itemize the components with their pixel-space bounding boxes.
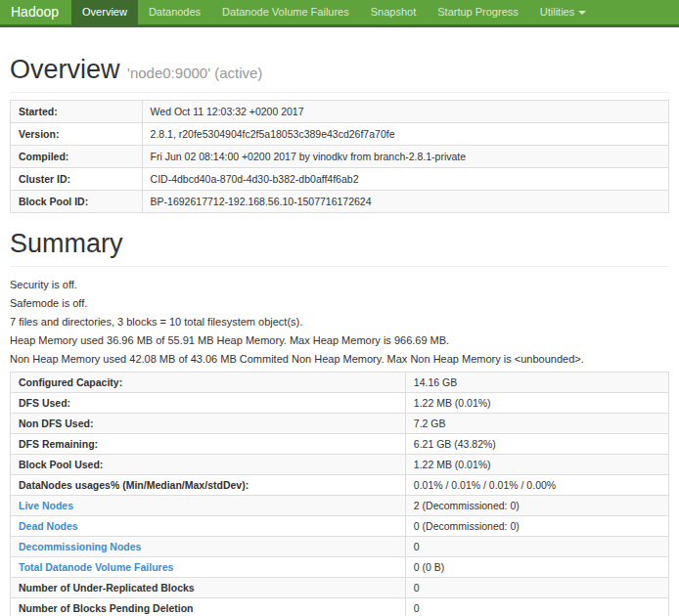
table-row: Number of Under-Replicated Blocks 0	[11, 578, 669, 598]
table-row: Version: 2.8.1, r20fe5304904fc2f5a18053c…	[11, 123, 669, 146]
page-title-text: Overview	[10, 55, 120, 84]
row-label: DFS Used:	[11, 393, 406, 414]
overview-header: Overview 'node0:9000' (active)	[10, 57, 669, 93]
table-row: Configured Capacity: 14.16 GB	[11, 373, 669, 393]
table-row: DFS Remaining: 6.21 GB (43.82%)	[11, 434, 669, 455]
row-value: 0	[405, 578, 668, 598]
row-value: 0 (0 B)	[405, 557, 668, 578]
row-value: 14.16 GB	[405, 373, 668, 393]
decommissioning-nodes-link[interactable]: Decommissioning Nodes	[19, 541, 141, 552]
main-content: Overview 'node0:9000' (active) Started: …	[0, 57, 679, 616]
row-label: Compiled:	[11, 146, 143, 168]
row-value: BP-1692617712-192.168.56.10-150771617262…	[142, 191, 668, 213]
row-label: Number of Blocks Pending Deletion	[11, 598, 406, 616]
navbar: Hadoop Overview Datanodes Datanode Volum…	[0, 0, 679, 27]
page-subtitle: 'node0:9000' (active)	[127, 65, 262, 81]
security-status-text: Security is off.	[10, 279, 669, 290]
row-value: 0	[405, 598, 668, 616]
table-row: Number of Blocks Pending Deletion 0	[11, 598, 669, 616]
table-row: Total Datanode Volume Failures 0 (0 B)	[11, 557, 669, 578]
table-row: Block Pool ID: BP-1692617712-192.168.56.…	[11, 191, 669, 213]
table-row: Cluster ID: CID-4dbcd40a-870d-4d30-b382-…	[11, 168, 669, 191]
row-label: Started:	[11, 101, 143, 123]
caret-down-icon	[578, 11, 586, 15]
row-value: 0.01% / 0.01% / 0.01% / 0.00%	[405, 475, 668, 496]
row-label: Block Pool Used:	[11, 455, 406, 475]
row-value: 7.2 GB	[405, 414, 668, 434]
nav-item-datanodes[interactable]: Datanodes	[138, 0, 211, 24]
page-title: Overview 'node0:9000' (active)	[10, 57, 669, 83]
live-nodes-link[interactable]: Live Nodes	[19, 500, 73, 511]
table-row: DFS Used: 1.22 MB (0.01%)	[11, 393, 669, 414]
table-row: Block Pool Used: 1.22 MB (0.01%)	[11, 455, 669, 475]
row-value: 1.22 MB (0.01%)	[405, 393, 668, 414]
row-label: DFS Remaining:	[11, 434, 406, 455]
safemode-status-text: Safemode is off.	[10, 297, 669, 309]
row-value: Wed Oct 11 12:03:32 +0200 2017	[142, 101, 668, 123]
row-value: CID-4dbcd40a-870d-4d30-b382-db0aff4f6ab2	[142, 168, 668, 191]
row-label: Block Pool ID:	[11, 191, 143, 213]
filesystem-objects-text: 7 files and directories, 3 blocks = 10 t…	[10, 316, 669, 328]
table-row: Compiled: Fri Jun 02 08:14:00 +0200 2017…	[11, 146, 669, 168]
nav-item-datanode-volume-failures[interactable]: Datanode Volume Failures	[211, 0, 360, 24]
row-value: 0	[405, 537, 668, 557]
summary-paragraphs: Security is off. Safemode is off. 7 file…	[10, 279, 669, 365]
nav-item-utilities[interactable]: Utilities	[529, 0, 597, 24]
table-row: Non DFS Used: 7.2 GB	[11, 414, 669, 434]
row-label: Cluster ID:	[11, 168, 143, 191]
row-value: 6.21 GB (43.82%)	[405, 434, 668, 455]
row-value: 2 (Decommissioned: 0)	[405, 496, 668, 516]
table-row: Decommissioning Nodes 0	[11, 537, 669, 557]
table-row: Dead Nodes 0 (Decommissioned: 0)	[11, 516, 669, 537]
row-label: Number of Under-Replicated Blocks	[11, 578, 406, 598]
row-label: Non DFS Used:	[11, 414, 406, 434]
row-value: 1.22 MB (0.01%)	[405, 455, 668, 475]
overview-table: Started: Wed Oct 11 12:03:32 +0200 2017 …	[10, 100, 669, 213]
non-heap-memory-text: Non Heap Memory used 42.08 MB of 43.06 M…	[10, 353, 669, 365]
nav-item-utilities-label: Utilities	[540, 6, 574, 18]
row-value: Fri Jun 02 08:14:00 +0200 2017 by vinodk…	[142, 146, 668, 168]
total-datanode-volume-failures-link[interactable]: Total Datanode Volume Failures	[19, 561, 173, 573]
row-label: Live Nodes	[11, 496, 406, 516]
row-value: 2.8.1, r20fe5304904fc2f5a18053c389e43cd2…	[142, 123, 668, 146]
row-value: 0 (Decommissioned: 0)	[405, 516, 668, 537]
nav-item-startup-progress[interactable]: Startup Progress	[427, 0, 529, 24]
nav-item-snapshot[interactable]: Snapshot	[360, 0, 427, 24]
row-label: Decommissioning Nodes	[11, 537, 406, 557]
table-row: DataNodes usages% (Min/Median/Max/stdDev…	[11, 475, 669, 496]
summary-table: Configured Capacity: 14.16 GB DFS Used: …	[10, 372, 669, 616]
summary-title: Summary	[10, 231, 669, 257]
row-label: Dead Nodes	[11, 516, 406, 537]
row-label: Total Datanode Volume Failures	[11, 557, 406, 578]
row-label: Version:	[11, 123, 143, 146]
summary-header: Summary	[10, 231, 669, 267]
navbar-brand[interactable]: Hadoop	[0, 0, 71, 24]
navbar-nav: Overview Datanodes Datanode Volume Failu…	[71, 0, 597, 24]
nav-item-overview[interactable]: Overview	[71, 0, 138, 24]
row-label: Configured Capacity:	[11, 373, 406, 393]
table-row: Started: Wed Oct 11 12:03:32 +0200 2017	[11, 101, 669, 123]
row-label: DataNodes usages% (Min/Median/Max/stdDev…	[11, 475, 406, 496]
table-row: Live Nodes 2 (Decommissioned: 0)	[11, 496, 669, 516]
dead-nodes-link[interactable]: Dead Nodes	[19, 520, 78, 532]
heap-memory-text: Heap Memory used 36.96 MB of 55.91 MB He…	[10, 334, 669, 346]
